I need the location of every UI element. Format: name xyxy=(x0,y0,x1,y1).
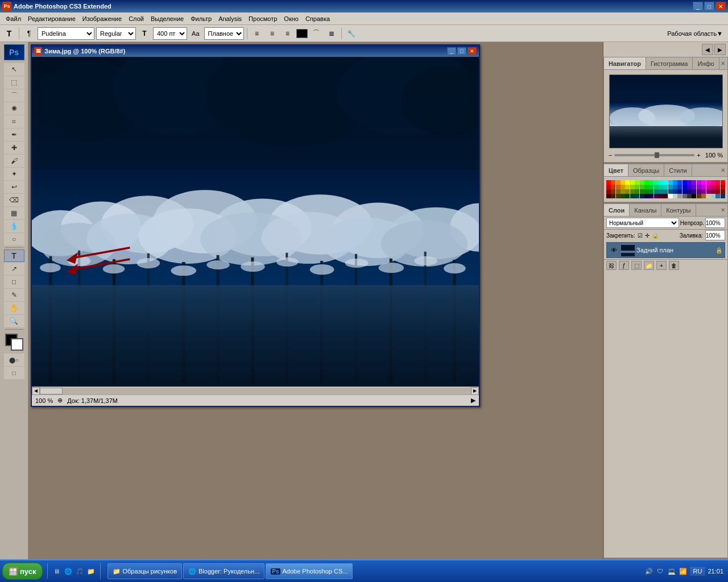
color-cell[interactable] xyxy=(625,194,630,198)
lock-position-icon[interactable]: ✛ xyxy=(645,232,650,239)
color-cell[interactable] xyxy=(616,194,621,198)
color-cell[interactable] xyxy=(706,189,711,194)
color-cell[interactable] xyxy=(687,185,692,189)
color-cell[interactable] xyxy=(715,194,720,198)
color-cell[interactable] xyxy=(606,180,611,185)
color-cell[interactable] xyxy=(721,180,725,185)
notes-tool[interactable]: ✎ xyxy=(4,289,24,301)
color-cell[interactable] xyxy=(673,189,677,194)
color-cell[interactable] xyxy=(606,189,611,194)
show-desktop-icon[interactable]: 🖥 xyxy=(52,567,61,576)
anti-alias-select[interactable]: Плавное xyxy=(204,27,244,40)
align-right-icon[interactable]: ≡ xyxy=(281,27,295,40)
color-cell[interactable] xyxy=(616,189,621,194)
color-cell[interactable] xyxy=(616,185,621,189)
color-cell[interactable] xyxy=(701,180,706,185)
color-cell[interactable] xyxy=(616,180,621,185)
menu-file[interactable]: Файл xyxy=(2,14,24,23)
color-cell[interactable] xyxy=(692,180,696,185)
color-cell[interactable] xyxy=(635,194,639,198)
color-cell[interactable] xyxy=(611,185,615,189)
color-cell[interactable] xyxy=(697,180,701,185)
character-panel-icon[interactable]: ≣ xyxy=(325,27,338,40)
align-center-icon[interactable]: ≡ xyxy=(266,27,279,40)
color-cell[interactable] xyxy=(677,189,682,194)
color-cell[interactable] xyxy=(715,180,720,185)
color-cell[interactable] xyxy=(682,185,687,189)
color-cell[interactable] xyxy=(673,185,677,189)
tab-histogram[interactable]: Гистограмма xyxy=(646,57,693,69)
color-cell[interactable] xyxy=(697,185,701,189)
color-cell[interactable] xyxy=(630,180,635,185)
color-cell[interactable] xyxy=(697,189,701,194)
font-size-select[interactable]: 400 пт xyxy=(153,27,187,40)
color-cell[interactable] xyxy=(687,189,692,194)
color-cell[interactable] xyxy=(663,185,668,189)
color-cell[interactable] xyxy=(621,180,625,185)
color-cell[interactable] xyxy=(649,189,653,194)
layers-panel-close[interactable]: ✕ xyxy=(721,207,725,213)
navigator-panel-close[interactable]: ✕ xyxy=(721,60,725,66)
path-selection-tool[interactable]: ↗ xyxy=(4,263,24,275)
color-cell[interactable] xyxy=(711,185,715,189)
window-controls[interactable]: _ □ ✕ xyxy=(693,2,726,11)
tab-paths[interactable]: Контуры xyxy=(661,204,696,216)
horizontal-scrollbar[interactable]: ◀ ▶ xyxy=(32,386,479,394)
tray-icon-network[interactable]: 📶 xyxy=(679,567,688,576)
zoom-handle[interactable] xyxy=(655,152,659,158)
align-left-icon[interactable]: ≡ xyxy=(250,27,264,40)
color-cell[interactable] xyxy=(682,189,687,194)
ie-icon[interactable]: 🌐 xyxy=(64,567,73,576)
color-cell[interactable] xyxy=(682,180,687,185)
color-cell[interactable] xyxy=(668,189,673,194)
doc-minimize-btn[interactable]: _ xyxy=(447,47,456,55)
tab-channels[interactable]: Каналы xyxy=(630,204,661,216)
color-cell[interactable] xyxy=(635,189,639,194)
menu-view[interactable]: Просмотр xyxy=(245,14,280,23)
eraser-tool[interactable]: ⌫ xyxy=(4,194,24,206)
color-cell[interactable] xyxy=(663,189,668,194)
quick-select-tool[interactable]: ✺ xyxy=(4,102,24,115)
doc-restore-btn[interactable]: □ xyxy=(457,47,466,55)
color-cell[interactable] xyxy=(687,180,692,185)
color-cell[interactable] xyxy=(649,194,653,198)
menu-image[interactable]: Изображение xyxy=(79,14,125,23)
color-cell[interactable] xyxy=(635,180,639,185)
color-cell[interactable] xyxy=(711,180,715,185)
lock-pixel-icon[interactable]: ☑ xyxy=(638,232,643,239)
new-layer-btn[interactable]: + xyxy=(656,261,667,270)
color-cell[interactable] xyxy=(644,185,649,189)
color-cell[interactable] xyxy=(654,189,659,194)
color-cell[interactable] xyxy=(640,194,644,198)
healing-brush-tool[interactable]: ✚ xyxy=(4,142,24,154)
color-cell[interactable] xyxy=(611,189,615,194)
delete-layer-btn[interactable]: 🗑 xyxy=(669,261,679,270)
color-cell[interactable] xyxy=(606,185,611,189)
tray-icon-2[interactable]: 🛡 xyxy=(656,567,665,576)
color-cell[interactable] xyxy=(715,189,720,194)
move-tool[interactable]: ↖ xyxy=(4,63,24,76)
color-swatch[interactable] xyxy=(4,334,24,351)
color-cell[interactable] xyxy=(706,185,711,189)
crop-tool[interactable]: ⌗ xyxy=(4,115,24,128)
menu-layer[interactable]: Слой xyxy=(125,14,147,23)
tab-color[interactable]: Цвет xyxy=(604,164,628,176)
expand-mini-btn[interactable]: ▶ xyxy=(714,44,726,55)
scroll-right-btn[interactable]: ▶ xyxy=(471,387,479,395)
close-button[interactable]: ✕ xyxy=(715,2,726,11)
color-cell[interactable] xyxy=(654,180,659,185)
stamp-tool[interactable]: ✦ xyxy=(4,168,24,180)
color-cell[interactable] xyxy=(715,185,720,189)
color-cell[interactable] xyxy=(644,180,649,185)
history-brush-tool[interactable]: ↩ xyxy=(4,181,24,193)
color-cell[interactable] xyxy=(635,185,639,189)
tray-icon-3[interactable]: 💻 xyxy=(667,567,676,576)
scroll-track-h[interactable] xyxy=(40,388,471,394)
menu-filter[interactable]: Фильтр xyxy=(187,14,215,23)
color-cell[interactable] xyxy=(673,180,677,185)
opacity-input[interactable] xyxy=(705,218,725,228)
color-cell[interactable] xyxy=(706,180,711,185)
color-cell[interactable] xyxy=(630,189,635,194)
blur-tool[interactable]: 💧 xyxy=(4,220,24,232)
color-cell[interactable] xyxy=(701,194,706,198)
